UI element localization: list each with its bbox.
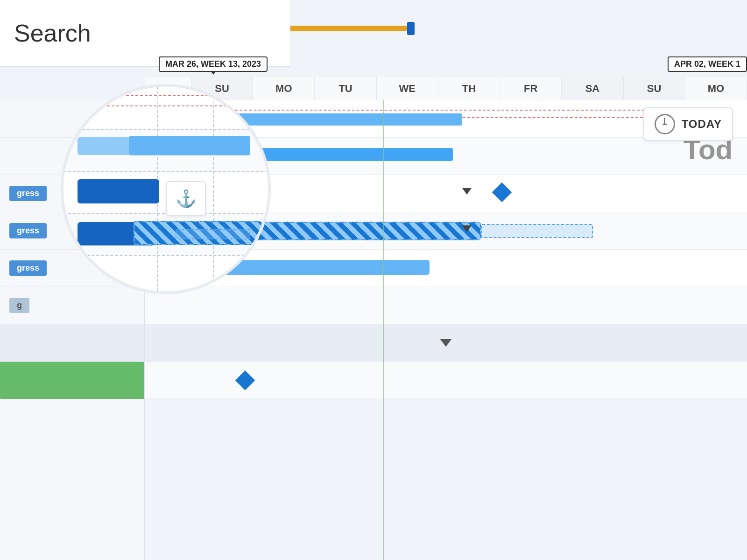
day-col-su2: SU xyxy=(624,77,685,100)
status-badge-backlog: g xyxy=(9,298,29,313)
day-col-fr: FR xyxy=(500,77,562,100)
day-columns-header: SU MO TU WE TH FR SA SU MO xyxy=(145,77,747,100)
mag-grid-h-3 xyxy=(63,213,268,214)
diamond-bottom xyxy=(235,371,255,390)
today-clock-icon xyxy=(655,114,675,134)
day-col-th: TH xyxy=(438,77,500,100)
sidebar-row-green xyxy=(0,362,144,399)
week2-badge: APR 02, WEEK 1 xyxy=(668,56,747,72)
mag-bar-dark xyxy=(78,179,159,203)
anchor-box: ⚓ xyxy=(166,181,206,216)
gantt-row-green xyxy=(145,362,747,399)
search-input[interactable] xyxy=(14,19,276,47)
week2-badge-container: APR 02, WEEK 1 xyxy=(668,51,747,77)
sidebar-row-bottom xyxy=(0,324,144,362)
dropdown-arrow-bottom xyxy=(440,339,451,347)
day-col-mo2: MO xyxy=(685,77,747,100)
status-badge-3: gress xyxy=(9,260,47,276)
week1-badge-container: MAR 26, WEEK 13, 2023 xyxy=(159,51,268,77)
today-button[interactable]: TODAY xyxy=(643,107,733,141)
diamond-1 xyxy=(492,182,512,202)
mag-grid-h-1 xyxy=(63,129,268,130)
magnify-inner: ⚓ xyxy=(63,87,268,291)
today-line xyxy=(383,100,384,560)
mag-grid-v-2 xyxy=(213,87,214,291)
day-col-mo1: MO xyxy=(253,77,315,100)
day-col-we: WE xyxy=(377,77,438,100)
anchor-icon: ⚓ xyxy=(176,189,197,209)
gantt-row-6 xyxy=(145,287,747,324)
sidebar-row-6: g xyxy=(0,287,144,324)
mag-grid-h-2 xyxy=(63,171,268,172)
dropdown-arrow-2 xyxy=(462,225,472,232)
mag-grid-h-4 xyxy=(63,255,268,256)
today-label: TODAY xyxy=(682,118,722,131)
status-badge-1: gress xyxy=(9,186,47,201)
mag-bar-medium xyxy=(129,136,250,155)
status-badge-2: gress xyxy=(9,223,47,238)
magnify-circle: ⚓ xyxy=(61,84,271,294)
mag-bar-dashed xyxy=(176,229,250,239)
gantt-row-bottom xyxy=(145,324,747,362)
dropdown-arrow-1 xyxy=(462,188,472,195)
green-bar xyxy=(0,362,144,399)
day-col-tu: TU xyxy=(315,77,376,100)
week1-badge: MAR 26, WEEK 13, 2023 xyxy=(159,56,268,72)
timeline-handle[interactable] xyxy=(407,22,415,35)
day-col-sa: SA xyxy=(562,77,623,100)
bar-dashed-4 xyxy=(481,224,593,238)
